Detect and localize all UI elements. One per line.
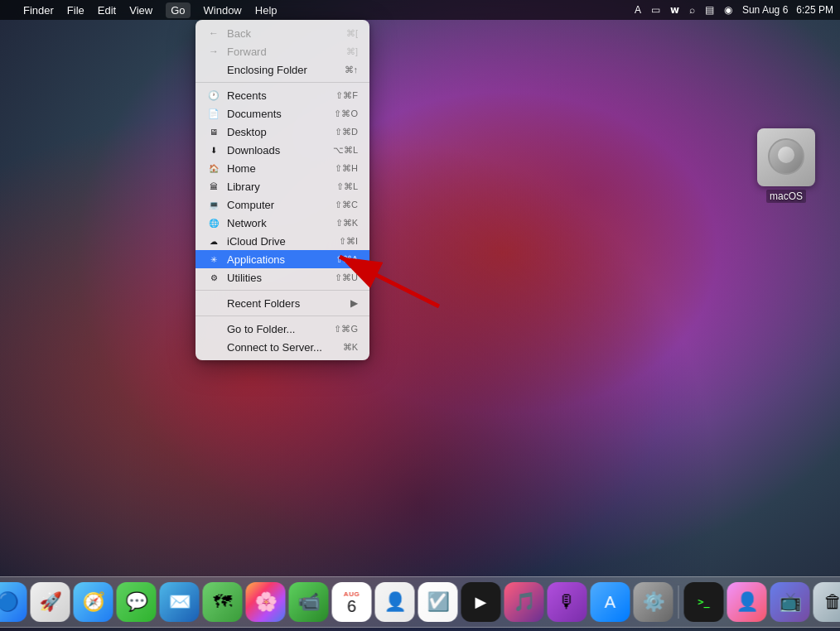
computer-label: Computer xyxy=(227,199,335,211)
downloads-label: Downloads xyxy=(227,144,333,157)
dock-item-facetime[interactable]: 📹 xyxy=(289,582,329,622)
desktop-icon: 🖥 xyxy=(207,125,220,138)
appstore-icon: A xyxy=(605,593,616,612)
documents-label: Documents xyxy=(227,108,334,120)
home-shortcut: ⇧⌘H xyxy=(335,163,358,174)
menubar-siri-icon[interactable]: ◉ xyxy=(724,4,732,16)
library-label: Library xyxy=(227,181,336,193)
library-shortcut: ⇧⌘L xyxy=(336,181,358,192)
dock-separator xyxy=(678,585,679,619)
recents-label: Recents xyxy=(227,89,336,102)
menu-item-home[interactable]: 🏠 Home ⇧⌘H xyxy=(196,159,369,177)
dock-item-terminal[interactable]: >_ xyxy=(684,582,724,622)
terminal-icon: >_ xyxy=(698,596,709,608)
menubar-control-center[interactable]: ▤ xyxy=(705,4,714,16)
finder-icon: 🔵 xyxy=(0,591,18,613)
menubar-datetime: Sun Aug 6 6:25 PM xyxy=(742,4,833,16)
view-menu[interactable]: View xyxy=(129,4,152,17)
help-menu[interactable]: Help xyxy=(255,4,278,17)
dock-item-airplay[interactable]: 📺 xyxy=(770,582,810,622)
go-menu[interactable]: Go xyxy=(166,2,190,18)
dock-item-podcasts[interactable]: 🎙 xyxy=(548,582,587,622)
goto-folder-shortcut: ⇧⌘G xyxy=(334,324,358,335)
menu-item-library[interactable]: 🏛 Library ⇧⌘L xyxy=(196,177,369,195)
finder-menu[interactable]: Finder xyxy=(23,4,54,17)
menubar-search-icon[interactable]: ⌕ xyxy=(689,4,695,16)
window-menu[interactable]: Window xyxy=(204,4,242,17)
macos-drive[interactable]: macOS xyxy=(757,128,815,203)
dock-item-music[interactable]: 🎵 xyxy=(504,582,544,622)
recents-shortcut: ⇧⌘F xyxy=(336,90,358,101)
recent-folders-icon xyxy=(207,296,220,310)
menu-item-forward[interactable]: → Forward ⌘] xyxy=(196,42,369,60)
facetime-icon: 📹 xyxy=(297,591,320,613)
forward-shortcut: ⌘] xyxy=(346,46,358,57)
dock-item-trash[interactable]: 🗑 xyxy=(813,582,841,622)
dock-item-appstore[interactable]: A xyxy=(591,582,630,622)
computer-icon: 💻 xyxy=(207,198,220,211)
music-icon: 🎵 xyxy=(513,591,535,613)
drive-label: macOS xyxy=(766,190,806,203)
goto-folder-icon xyxy=(207,322,220,335)
dock-item-finder[interactable]: 🔵 xyxy=(0,582,27,622)
network-icon: 🌐 xyxy=(207,216,220,229)
menu-item-icloud[interactable]: ☁ iCloud Drive ⇧⌘I xyxy=(196,232,369,250)
menu-item-goto-folder[interactable]: Go to Folder... ⇧⌘G xyxy=(196,320,369,338)
edit-menu[interactable]: Edit xyxy=(98,4,116,17)
dock-item-appletv[interactable]: ▶ xyxy=(461,582,501,622)
downloads-shortcut: ⌥⌘L xyxy=(333,145,358,156)
trash-icon: 🗑 xyxy=(824,591,841,613)
dock-item-faceid[interactable]: 👤 xyxy=(727,582,767,622)
separator-1 xyxy=(196,82,369,83)
file-menu[interactable]: File xyxy=(67,4,84,17)
dock-item-messages[interactable]: 💬 xyxy=(117,582,157,622)
icloud-icon: ☁ xyxy=(207,234,220,248)
menu-item-desktop[interactable]: 🖥 Desktop ⇧⌘D xyxy=(196,123,369,141)
menu-item-documents[interactable]: 📄 Documents ⇧⌘O xyxy=(196,104,369,123)
dock-item-launchpad[interactable]: 🚀 xyxy=(31,582,70,622)
applications-label: Applications xyxy=(227,253,336,266)
applications-icon: ✳ xyxy=(207,253,220,266)
dock-item-safari[interactable]: 🧭 xyxy=(74,582,113,622)
messages-icon: 💬 xyxy=(125,591,147,613)
desktop-label: Desktop xyxy=(227,126,335,138)
documents-icon: 📄 xyxy=(207,107,220,120)
safari-icon: 🧭 xyxy=(82,591,104,613)
menu-item-recents[interactable]: 🕐 Recents ⇧⌘F xyxy=(196,86,369,104)
menubar-wifi-icon[interactable]: 𝘄 xyxy=(670,4,679,16)
menu-item-downloads[interactable]: ⬇ Downloads ⌥⌘L xyxy=(196,141,369,159)
utilities-icon: ⚙ xyxy=(207,271,220,284)
enclosing-icon xyxy=(207,63,220,76)
menu-item-utilities[interactable]: ⚙ Utilities ⇧⌘U xyxy=(196,268,369,287)
connect-server-label: Connect to Server... xyxy=(227,341,343,354)
preferences-icon: ⚙️ xyxy=(642,591,664,613)
dock-item-calendar[interactable]: AUG 6 xyxy=(332,582,372,622)
calendar-day: 6 xyxy=(347,598,356,614)
menu-item-applications[interactable]: ✳ Applications ⇧⌘A xyxy=(196,250,369,268)
dock-item-photos[interactable]: 🌸 xyxy=(246,582,286,622)
documents-shortcut: ⇧⌘O xyxy=(334,108,358,119)
icloud-shortcut: ⇧⌘I xyxy=(339,236,358,247)
reminders-icon: ☑️ xyxy=(427,591,449,613)
dock-item-reminders[interactable]: ☑️ xyxy=(418,582,458,622)
dock-item-contacts[interactable]: 👤 xyxy=(375,582,415,622)
menu-item-network[interactable]: 🌐 Network ⇧⌘K xyxy=(196,214,369,232)
menu-item-connect-server[interactable]: Connect to Server... ⌘K xyxy=(196,338,369,356)
back-shortcut: ⌘[ xyxy=(346,28,358,39)
menu-item-enclosing[interactable]: Enclosing Folder ⌘↑ xyxy=(196,60,369,79)
menu-item-back[interactable]: ← Back ⌘[ xyxy=(196,24,369,42)
dock-item-maps[interactable]: 🗺 xyxy=(203,582,243,622)
dock-item-mail[interactable]: ✉️ xyxy=(160,582,200,622)
connect-server-icon xyxy=(207,340,220,354)
recents-icon: 🕐 xyxy=(207,89,220,102)
forward-label: Forward xyxy=(227,46,346,58)
home-icon: 🏠 xyxy=(207,161,220,175)
menu-item-computer[interactable]: 💻 Computer ⇧⌘C xyxy=(196,195,369,214)
maps-icon: 🗺 xyxy=(214,591,232,613)
menu-item-recent-folders[interactable]: Recent Folders ▶ xyxy=(196,294,369,312)
enclosing-label: Enclosing Folder xyxy=(227,64,345,76)
network-label: Network xyxy=(227,217,336,229)
applications-shortcut: ⇧⌘A xyxy=(336,254,358,265)
computer-shortcut: ⇧⌘C xyxy=(335,200,358,210)
dock-item-preferences[interactable]: ⚙️ xyxy=(634,582,673,622)
